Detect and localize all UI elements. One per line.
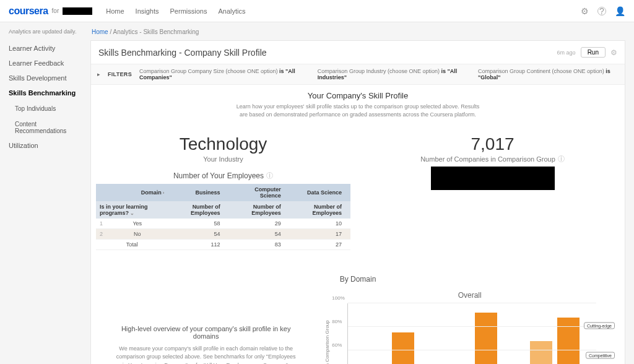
page-title: Skills Benchmarking - Company Skill Prof… (98, 48, 267, 58)
filter-continent[interactable]: Comparison Group Continent (choose ONE o… (478, 68, 619, 80)
chart: Percentile Rank in Comparison Group 0%20… (324, 303, 615, 364)
overview-text: High-level overview of your company's sk… (96, 287, 316, 364)
industry-label: Your Industry (96, 155, 350, 163)
sidebar-item[interactable]: Content Recommendations (9, 117, 87, 138)
panel: Skills Benchmarking - Company Skill Prof… (90, 40, 625, 364)
industry-card: Technology Your Industry Number of Your … (91, 128, 355, 259)
nav-home[interactable]: Home (106, 7, 124, 15)
sub-business: Number of Employees (168, 201, 228, 219)
filters-label: FILTERS (108, 71, 132, 77)
top-bar: coursera for Home Insights Permissions A… (0, 0, 634, 22)
sub-ds: Number of Employees (290, 201, 350, 219)
chevron-right-icon: › (163, 190, 165, 196)
info-icon[interactable]: i (558, 155, 565, 162)
bar-lp[interactable] (392, 332, 414, 364)
nav-insights[interactable]: Insights (136, 7, 159, 15)
breadcrumb-home[interactable]: Home (92, 28, 108, 35)
bar-group (525, 303, 584, 364)
table-total-row: Total1128327 (96, 240, 350, 250)
col-cs[interactable]: Computer Science (229, 184, 290, 201)
panel-gear-icon[interactable]: ⚙ (610, 48, 617, 57)
sidebar-item[interactable]: Top Individuals (9, 102, 87, 116)
sidebar-item[interactable]: Learner Feedback (9, 56, 87, 71)
profile-heading: Your Company's Skill Profile (103, 91, 612, 100)
filters-bar: ▸ FILTERS Comparison Group Company Size … (91, 64, 625, 85)
sidebar-item[interactable]: Learner Activity (9, 41, 87, 56)
bar-group (360, 303, 419, 364)
breadcrumb: Home / Analytics - Skills Benchmarking (92, 28, 625, 35)
companies-label: Number of Companies in Comparison Groupi (365, 155, 620, 163)
col-ds[interactable]: Data Science (290, 184, 350, 201)
employees-title: Number of Your Employeesi (96, 171, 350, 180)
top-nav: Home Insights Permissions Analytics (106, 7, 245, 15)
logo-suffix: for (52, 7, 59, 14)
sub-cs: Number of Employees (229, 201, 290, 219)
info-icon[interactable]: i (266, 172, 273, 179)
sidebar-item[interactable]: Skills Development (9, 71, 87, 85)
sidebar-item[interactable]: Utilization (9, 138, 87, 153)
companies-card: 7,017 Number of Companies in Comparison … (360, 128, 625, 259)
table-row: 2No545417 (96, 229, 350, 240)
chart-card: Overall Percentile Rank in Comparison Gr… (322, 287, 620, 364)
updated-ago: 6m ago (557, 50, 576, 56)
sidebar-item[interactable]: Skills Benchmarking (9, 85, 87, 100)
filters-caret-icon[interactable]: ▸ (97, 71, 100, 77)
gear-icon[interactable]: ⚙ (581, 6, 589, 16)
industry-value: Technology (96, 134, 350, 154)
run-button[interactable]: Run (581, 47, 606, 58)
top-right: ⚙ ? 👤 (581, 6, 625, 16)
filter-industry[interactable]: Comparison Group Industry (choose ONE op… (318, 68, 471, 80)
domain-header[interactable]: Domain› (96, 184, 168, 201)
bar-lp[interactable] (475, 313, 497, 364)
y-axis-label: Percentile Rank in Comparison Group (324, 303, 330, 364)
breadcrumb-rest: / Analytics - Skills Benchmarking (110, 28, 199, 35)
logo: coursera (9, 6, 48, 17)
profile-header: Your Company's Skill Profile Learn how y… (91, 85, 625, 128)
org-name-redacted (63, 7, 92, 15)
col-business[interactable]: Business (168, 184, 228, 201)
user-icon[interactable]: 👤 (615, 6, 625, 16)
title-bar: Skills Benchmarking - Company Skill Prof… (91, 41, 625, 64)
band-label: Cutting-edge (584, 323, 615, 329)
redacted-block (431, 167, 555, 190)
companies-value: 7,017 (365, 134, 620, 154)
sidebar: Analytics are updated daily. Learner Act… (0, 22, 87, 364)
main: Home / Analytics - Skills Benchmarking S… (87, 22, 634, 364)
filter-company-size[interactable]: Comparison Group Company Size (choose ON… (139, 68, 310, 80)
overview-p1: We measure your company's skill profile … (115, 345, 297, 364)
chevron-down-icon: ⌄ (130, 210, 134, 216)
nav-permissions[interactable]: Permissions (170, 7, 207, 15)
by-domain-label: By Domain (91, 264, 625, 287)
plot-area: 0%20%40%60%80%100%Cutting-edgeCompetitiv… (347, 303, 596, 364)
bar-all[interactable] (530, 341, 552, 364)
question-header[interactable]: Is in your learning programs?⌄ (96, 201, 168, 219)
overview-heading: High-level overview of your company's sk… (115, 325, 297, 340)
sidebar-list: Learner ActivityLearner FeedbackSkills D… (9, 41, 87, 153)
bars-container (348, 303, 596, 364)
update-notice: Analytics are updated daily. (9, 28, 87, 35)
chart-title: Overall (324, 291, 615, 300)
help-icon[interactable]: ? (597, 7, 606, 15)
profile-desc: Learn how your employees' skill profile … (234, 103, 482, 118)
bar-lp[interactable] (557, 318, 580, 364)
nav-analytics[interactable]: Analytics (218, 7, 245, 15)
bar-group (443, 303, 502, 364)
band-label: Competitive (586, 352, 615, 358)
employees-table: Domain› Business Computer Science Data S… (96, 184, 350, 250)
table-row: 1Yes582910 (96, 219, 350, 229)
